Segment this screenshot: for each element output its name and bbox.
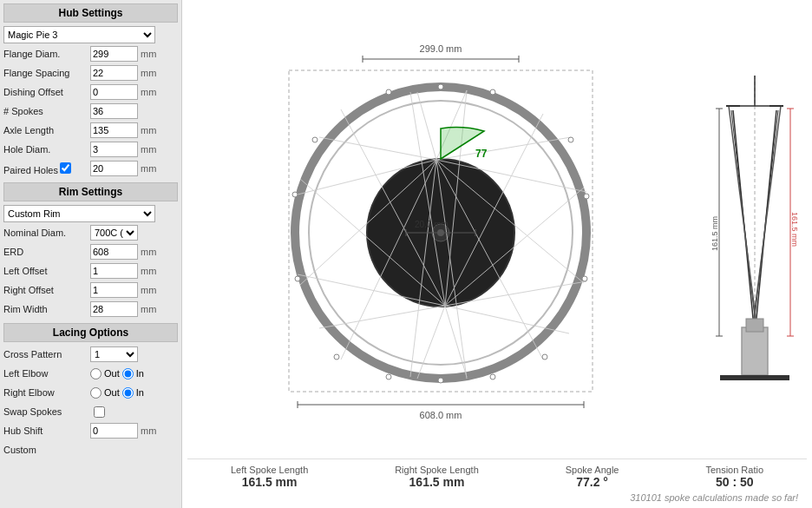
dishing-offset-unit: mm — [141, 87, 156, 97]
svg-rect-62 — [746, 319, 763, 332]
tension-ratio-result: Tension Ratio 50 : 50 — [705, 465, 763, 489]
svg-point-37 — [438, 84, 443, 89]
svg-point-45 — [386, 374, 391, 379]
svg-point-40 — [584, 194, 589, 199]
custom-label: Custom — [3, 445, 90, 455]
cross-pattern-row: Cross Pattern 1 2 3 4 — [3, 346, 178, 363]
left-elbow-in-label: In — [136, 368, 144, 379]
flange-diam-dim-label: 299.0 mm — [420, 43, 462, 54]
swap-spokes-row: Swap Spokes — [3, 403, 178, 420]
left-elbow-radio-group: Out In — [90, 368, 144, 379]
right-offset-unit: mm — [141, 285, 156, 295]
svg-text:20.0 mm: 20.0 mm — [415, 220, 449, 229]
hub-preset-select[interactable]: Magic Pie 3 — [3, 26, 155, 43]
flange-diam-label: Flange Diam. — [3, 49, 90, 59]
left-elbow-in-radio[interactable] — [122, 368, 134, 379]
right-offset-input[interactable] — [90, 282, 138, 298]
rim-width-label: Rim Width — [3, 304, 90, 314]
side-view: 161.5 mm 161.5 mm — [703, 5, 807, 459]
lacing-options-header: Lacing Options — [3, 323, 178, 342]
svg-line-22 — [445, 306, 467, 377]
rim-preset-row: Custom Rim — [3, 205, 178, 222]
svg-point-49 — [312, 137, 318, 142]
svg-text:161.5 mm: 161.5 mm — [710, 216, 719, 251]
hub-shift-label: Hub Shift — [3, 426, 90, 436]
spoke-angle-value: 77.2 ° — [566, 475, 619, 489]
rim-preset-select[interactable]: Custom Rim — [3, 205, 155, 222]
right-elbow-radio-group: Out In — [90, 387, 144, 399]
hole-diam-unit: mm — [141, 144, 156, 155]
cross-pattern-select[interactable]: 1 2 3 4 — [90, 346, 138, 362]
flange-diam-input[interactable] — [90, 46, 138, 62]
right-elbow-out-label: Out — [104, 387, 120, 398]
svg-line-60 — [750, 106, 781, 345]
hole-diam-label: Hole Diam. — [3, 144, 90, 155]
right-elbow-in-radio[interactable] — [122, 387, 134, 399]
flange-spacing-row: Flange Spacing mm — [3, 64, 178, 82]
left-spoke-label: Left Spoke Length — [231, 465, 308, 475]
flange-spacing-input[interactable] — [90, 65, 138, 81]
left-elbow-label: Left Elbow — [3, 368, 90, 379]
hub-shift-input[interactable] — [90, 423, 138, 439]
svg-point-46 — [334, 354, 339, 360]
hole-diam-row: Hole Diam. mm — [3, 141, 178, 158]
diagram-area: 299.0 mm — [187, 5, 807, 459]
right-spoke-label: Right Spoke Length — [395, 465, 479, 475]
hub-shift-unit: mm — [141, 426, 156, 436]
dishing-offset-label: Dishing Offset — [3, 87, 90, 97]
rim-settings-section: Rim Settings Custom Rim Nominal Diam. 70… — [3, 182, 178, 318]
axle-length-row: Axle Length mm — [3, 122, 178, 139]
axle-length-label: Axle Length — [3, 125, 90, 135]
hub-preset-row: Magic Pie 3 — [3, 26, 178, 43]
right-offset-label: Right Offset — [3, 285, 90, 295]
paired-holes-checkbox[interactable] — [60, 162, 71, 174]
dishing-offset-row: Dishing Offset mm — [3, 83, 178, 101]
hub-settings-section: Hub Settings Magic Pie 3 Flange Diam. mm… — [3, 3, 178, 177]
rim-width-input[interactable] — [90, 301, 138, 317]
svg-point-39 — [568, 137, 573, 142]
spoke-angle-result: Spoke Angle 77.2 ° — [566, 465, 619, 489]
left-elbow-row: Left Elbow Out In — [3, 365, 178, 382]
flange-diam-unit: mm — [141, 49, 156, 59]
dishing-offset-input[interactable] — [90, 84, 138, 100]
svg-text:161.5 mm: 161.5 mm — [790, 212, 799, 247]
swap-spokes-checkbox[interactable] — [94, 406, 105, 418]
svg-line-20 — [319, 137, 436, 160]
erd-input[interactable] — [90, 244, 138, 260]
tension-ratio-value: 50 : 50 — [705, 475, 763, 489]
swap-spokes-label: Swap Spokes — [3, 406, 90, 417]
flange-diam-row: Flange Diam. mm — [3, 45, 178, 63]
svg-rect-61 — [742, 327, 768, 375]
spokes-input[interactable] — [90, 103, 138, 119]
rim-settings-header: Rim Settings — [3, 182, 178, 201]
left-offset-input[interactable] — [90, 263, 138, 279]
wheel-diagram-svg: 77 20.0 mm — [276, 66, 606, 396]
svg-point-44 — [438, 378, 443, 383]
svg-line-23 — [445, 306, 569, 333]
left-elbow-out-radio[interactable] — [90, 368, 102, 379]
side-view-svg: 161.5 mm 161.5 mm — [707, 58, 802, 406]
svg-point-50 — [386, 89, 391, 95]
hole-diam-input[interactable] — [90, 142, 138, 157]
right-elbow-out-radio[interactable] — [90, 387, 102, 399]
wheel-container: 299.0 mm — [187, 5, 694, 459]
svg-point-47 — [295, 276, 300, 281]
left-panel: Hub Settings Magic Pie 3 Flange Diam. mm… — [0, 0, 182, 508]
svg-line-21 — [417, 306, 445, 379]
right-spoke-result: Right Spoke Length 161.5 mm — [395, 465, 479, 489]
flange-spacing-unit: mm — [141, 68, 156, 78]
flange-spacing-label: Flange Spacing — [3, 68, 90, 78]
hub-shift-row: Hub Shift mm — [3, 422, 178, 439]
axle-length-unit: mm — [141, 125, 156, 135]
erd-row: ERD mm — [3, 243, 178, 261]
right-offset-row: Right Offset mm — [3, 281, 178, 299]
cross-pattern-label: Cross Pattern — [3, 349, 90, 360]
left-spoke-result: Left Spoke Length 161.5 mm — [231, 465, 308, 489]
footer-note: 310101 spoke calculations made so far! — [187, 491, 807, 503]
nominal-diam-select[interactable]: 700C (62 — [90, 225, 138, 241]
spokes-label: # Spokes — [3, 106, 90, 116]
left-offset-label: Left Offset — [3, 266, 90, 276]
nominal-diam-label: Nominal Diam. — [3, 228, 90, 238]
paired-holes-input[interactable] — [90, 161, 138, 176]
axle-length-input[interactable] — [90, 122, 138, 138]
